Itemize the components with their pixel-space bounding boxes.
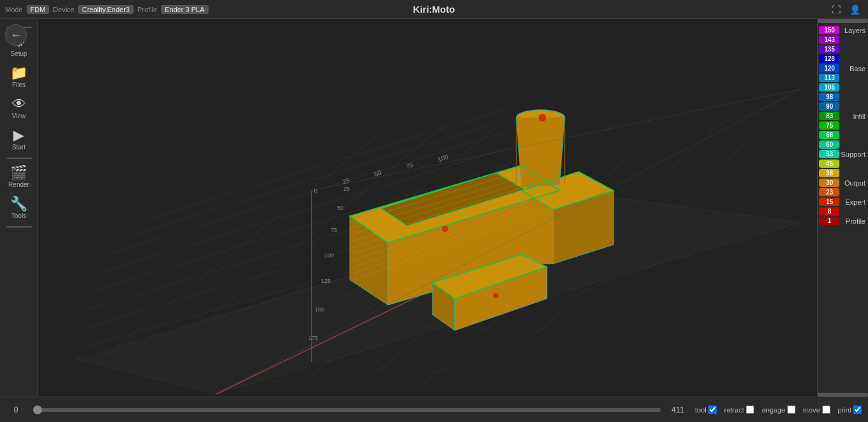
app-title: Kiri:Moto xyxy=(413,4,455,15)
layer-row: 60 xyxy=(819,140,868,149)
render-icon: 🎬 xyxy=(10,166,27,180)
svg-point-69 xyxy=(539,114,546,121)
topbar: Mode FDM Device Creality.Ender3 Profile … xyxy=(0,0,868,19)
layer-badge[interactable]: 60 xyxy=(819,140,839,149)
move-label: move xyxy=(803,406,820,414)
svg-text:150: 150 xyxy=(315,306,324,313)
layer-row: 113 xyxy=(819,74,868,82)
sidebar-item-start[interactable]: ▶ Start xyxy=(2,125,36,154)
layer-badge[interactable]: 53 xyxy=(819,150,839,158)
layer-row: 143 xyxy=(819,36,868,44)
layer-row: 1Profile xyxy=(819,217,868,225)
layer-badge[interactable]: 120 xyxy=(819,64,839,72)
layer-badge[interactable]: 113 xyxy=(819,74,839,82)
slider-left-value: 0 xyxy=(6,405,25,414)
layer-badge[interactable]: 75 xyxy=(819,121,839,130)
print-label: print xyxy=(838,406,851,414)
layer-row: 23 xyxy=(819,188,868,196)
sidebar-item-render[interactable]: 🎬 Render xyxy=(2,162,36,192)
sidebar-item-files[interactable]: 📁 Files xyxy=(2,62,36,92)
sidebar-label-start: Start xyxy=(12,144,25,151)
layer-section-label[interactable]: Layers xyxy=(841,27,868,34)
layer-badge[interactable]: 150 xyxy=(819,26,839,34)
right-panel: 150Layers143135128120Base113105989083Inf… xyxy=(817,19,868,397)
svg-text:100: 100 xyxy=(324,252,334,259)
tools-icon: 🔧 xyxy=(10,197,27,211)
layer-badge[interactable]: 23 xyxy=(819,188,839,196)
back-button[interactable]: ← xyxy=(5,24,27,46)
layer-row: 120Base xyxy=(819,64,868,72)
layer-row: 8 xyxy=(819,207,868,215)
layer-badge[interactable]: 68 xyxy=(819,131,839,139)
layer-row: 75 xyxy=(819,121,868,130)
user-icon[interactable]: 👤 xyxy=(847,3,863,16)
svg-point-67 xyxy=(442,226,448,232)
sidebar-label-render: Render xyxy=(8,181,29,188)
layer-badge[interactable]: 105 xyxy=(819,83,839,92)
layer-section-label[interactable]: Profile xyxy=(841,217,868,225)
layer-badge[interactable]: 1 xyxy=(819,217,839,225)
layer-badge[interactable]: 90 xyxy=(819,102,839,111)
device-value[interactable]: Creality.Ender3 xyxy=(78,5,134,14)
bottombar: 0 411 tool retract engage move print xyxy=(0,397,868,422)
layer-badge[interactable]: 135 xyxy=(819,45,839,53)
layer-badge[interactable]: 45 xyxy=(819,160,839,168)
layer-row: 38 xyxy=(819,169,868,177)
slider-right-value: 411 xyxy=(668,405,687,414)
svg-marker-45 xyxy=(521,210,553,264)
timeline-slider[interactable] xyxy=(33,408,661,412)
retract-checkbox[interactable] xyxy=(746,405,754,414)
retract-label: retract xyxy=(724,406,744,414)
layer-row: 30Output xyxy=(819,179,868,187)
engage-checkbox[interactable] xyxy=(787,405,796,414)
layer-section-label[interactable]: Expert xyxy=(841,198,868,206)
layer-badge[interactable]: 83 xyxy=(819,112,839,120)
layer-section-label[interactable]: Output xyxy=(841,179,868,187)
engage-checkbox-group: engage xyxy=(762,405,796,414)
svg-text:75: 75 xyxy=(331,227,337,233)
layer-row: 83Infill xyxy=(819,112,868,120)
expand-icon[interactable]: ⛶ xyxy=(829,3,843,16)
sidebar-item-tools[interactable]: 🔧 Tools xyxy=(2,193,36,223)
layer-badge[interactable]: 143 xyxy=(819,36,839,44)
engage-label: engage xyxy=(762,406,785,414)
start-icon: ▶ xyxy=(13,128,24,142)
sidebar-label-tools: Tools xyxy=(11,212,26,219)
svg-text:125: 125 xyxy=(321,278,331,284)
layer-section-label[interactable]: Support xyxy=(841,151,868,158)
layer-badge[interactable]: 128 xyxy=(819,55,839,63)
svg-text:175: 175 xyxy=(308,335,318,341)
layer-badge[interactable]: 98 xyxy=(819,93,839,101)
move-checkbox-group: move xyxy=(803,405,830,414)
layer-badge[interactable]: 30 xyxy=(819,179,839,187)
sidebar-label-view: View xyxy=(12,112,26,119)
layer-row: 90 xyxy=(819,102,868,111)
layer-row: 45 xyxy=(819,160,868,168)
layer-badge[interactable]: 15 xyxy=(819,198,839,206)
layer-list: 150Layers143135128120Base113105989083Inf… xyxy=(819,23,868,393)
3d-scene: 0 25 50 75 100 25 50 75 100 125 150 175 xyxy=(38,19,817,397)
layer-row: 15Expert xyxy=(819,198,868,206)
tool-checkbox[interactable] xyxy=(708,405,717,414)
view-icon: 👁 xyxy=(12,97,26,111)
mode-value[interactable]: FDM xyxy=(27,5,50,14)
layer-row: 98 xyxy=(819,93,868,101)
layer-badge[interactable]: 8 xyxy=(819,207,839,215)
layer-section-label[interactable]: Base xyxy=(841,65,868,72)
move-checkbox[interactable] xyxy=(822,405,830,414)
tool-label: tool xyxy=(695,406,706,414)
layer-row: 135 xyxy=(819,45,868,53)
sidebar-label-setup: Setup xyxy=(10,50,27,57)
svg-text:50: 50 xyxy=(337,205,343,211)
sidebar-divider-bottom xyxy=(6,226,32,228)
print-checkbox[interactable] xyxy=(853,405,862,414)
layer-row: 53Support xyxy=(819,150,868,158)
layer-section-label[interactable]: Infill xyxy=(841,112,868,120)
sidebar-label-files: Files xyxy=(12,81,25,88)
svg-text:25: 25 xyxy=(343,186,350,192)
profile-value[interactable]: Ender 3 PLA xyxy=(161,5,208,14)
sidebar-item-view[interactable]: 👁 View xyxy=(2,93,36,123)
topbar-right: ⛶ 👤 xyxy=(829,3,863,16)
layer-badge[interactable]: 38 xyxy=(819,169,839,177)
sidebar-divider-mid xyxy=(6,158,32,159)
